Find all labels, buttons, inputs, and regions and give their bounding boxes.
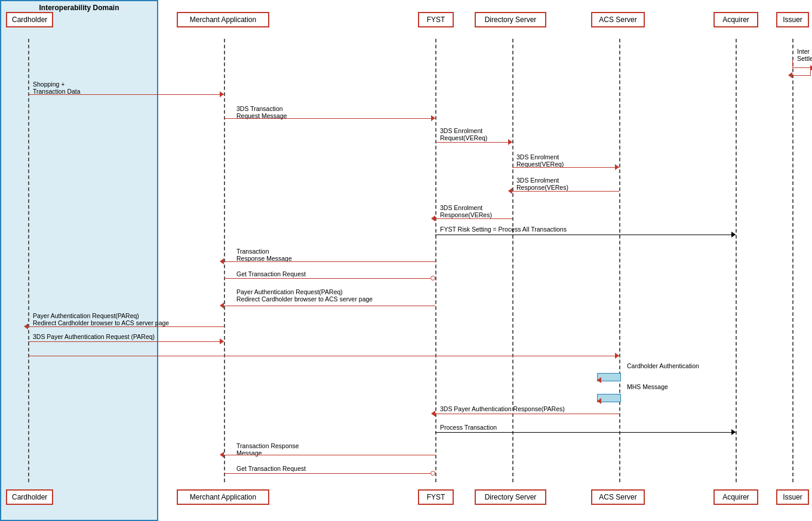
- arrow-txn-resp2: [224, 455, 435, 455]
- arrow-shopping: [28, 94, 224, 95]
- directory-top: Directory Server: [475, 12, 546, 27]
- arrow-veRes1-head: [508, 188, 512, 194]
- merchant-bottom: Merchant Application: [177, 489, 269, 505]
- arrow-get-txn1: [224, 278, 433, 279]
- lifeline-cardholder: [28, 39, 29, 482]
- label-cardholder-auth: Cardholder Authentication: [627, 362, 699, 369]
- arrow-3ds-txn-req: [224, 118, 435, 119]
- acs-bottom: ACS Server: [591, 489, 645, 505]
- arrow-3ds-txn-req-head: [431, 115, 435, 121]
- lifeline-directory: [512, 39, 513, 482]
- merchant-top: Merchant Application: [177, 12, 269, 27]
- interop-domain-label: Interoperability Domain: [1, 4, 157, 12]
- label-payer-auth-req1: Payer Authentication Request(PAReq)Redir…: [236, 288, 373, 303]
- label-txn-resp: TransactionResponse Message: [236, 248, 292, 262]
- lifeline-issuer: [792, 39, 793, 482]
- arrow-payer-auth2: [28, 326, 224, 327]
- arrow-3ds-payer1: [28, 341, 224, 342]
- arrow-mhs-head: [597, 398, 601, 404]
- arrow-3ds-payer1-head: [220, 338, 224, 344]
- label-payer-auth-req2: Payer Authentication Request(PAReq)Redir…: [33, 312, 169, 326]
- label-veRes1: 3DS EnrolmentResponse(VERes): [516, 177, 568, 191]
- arrow-paRes-head: [431, 411, 435, 417]
- arrow-veReq1: [435, 142, 512, 143]
- label-inter-settlement: InterSettlement: [797, 48, 812, 62]
- cardholder-top: Cardholder: [6, 12, 53, 27]
- arrow-paRes: [435, 414, 619, 414]
- arrow-risk-setting: [435, 235, 736, 235]
- acs-top: ACS Server: [591, 12, 645, 27]
- acquirer-top: Acquirer: [713, 12, 758, 27]
- arrow-3ds-payer2-head: [615, 353, 619, 359]
- acquirer-bottom: Acquirer: [713, 489, 758, 505]
- arrow-3ds-payer2: [28, 356, 619, 356]
- lifeline-fyst: [435, 39, 436, 482]
- open-circle-2: [430, 471, 435, 476]
- cardholder-bottom: Cardholder: [6, 489, 53, 505]
- label-risk-setting: FYST Risk Setting = Process All Transact…: [440, 226, 567, 233]
- arrow-payer-auth1: [224, 306, 435, 306]
- arrow-process-txn: [435, 432, 736, 433]
- arrow-payer-auth2-head: [24, 323, 28, 329]
- directory-bottom: Directory Server: [475, 489, 546, 505]
- arrow-shopping-head: [220, 91, 224, 97]
- arrow-payer-auth1-head: [220, 303, 224, 309]
- arrow-veReq2: [512, 167, 619, 168]
- lifeline-acquirer: [736, 39, 737, 482]
- arrow-veReq1-head: [508, 139, 512, 145]
- label-process-txn: Process Transaction: [440, 424, 497, 431]
- arrow-risk-setting-head: [731, 232, 736, 238]
- fyst-bottom: FYST: [418, 489, 454, 505]
- arrow-cardholder-auth-head: [597, 377, 601, 383]
- arrow-veReq2-head: [615, 164, 619, 170]
- fyst-top: FYST: [418, 12, 454, 27]
- arrow-veRes1: [512, 191, 619, 192]
- arrow-txn-resp2-head: [220, 452, 224, 458]
- arrow-veRes2: [435, 218, 512, 219]
- open-circle-1: [430, 276, 435, 280]
- label-paRes: 3DS Payer Authentication Response(PARes): [440, 405, 565, 412]
- label-get-txn-req1: Get Transaction Request: [236, 270, 306, 278]
- arrow-veRes2-head: [431, 215, 435, 221]
- lifeline-merchant: [224, 39, 225, 482]
- issuer-bottom: Issuer: [776, 489, 809, 505]
- label-veRes2: 3DS EnrolmentResponse(VERes): [440, 204, 492, 218]
- label-veReq2: 3DS EnrolmentRequest(VEReq): [516, 153, 564, 168]
- arrow-txn-resp-head: [220, 258, 224, 264]
- label-get-txn-req2: Get Transaction Request: [236, 465, 306, 472]
- issuer-top: Issuer: [776, 12, 809, 27]
- label-veReq1: 3DS EnrolmentRequest(VEReq): [440, 127, 487, 141]
- arrow-txn-resp: [224, 261, 435, 262]
- label-3ds-payer-auth1: 3DS Payer Authentication Request (PAReq): [33, 333, 155, 340]
- sequence-diagram: Interoperability Domain Cardholder Merch…: [0, 0, 812, 521]
- label-shopping: Shopping +Transaction Data: [33, 81, 81, 95]
- arrow-process-txn-head: [731, 429, 736, 435]
- arrow-get-txn2: [224, 473, 433, 474]
- label-mhs: MHS Message: [627, 383, 668, 390]
- lifeline-acs: [619, 39, 620, 482]
- interop-domain-box: Interoperability Domain: [0, 0, 158, 521]
- label-3ds-txn-req: 3DS TransactionRequest Message: [236, 105, 287, 119]
